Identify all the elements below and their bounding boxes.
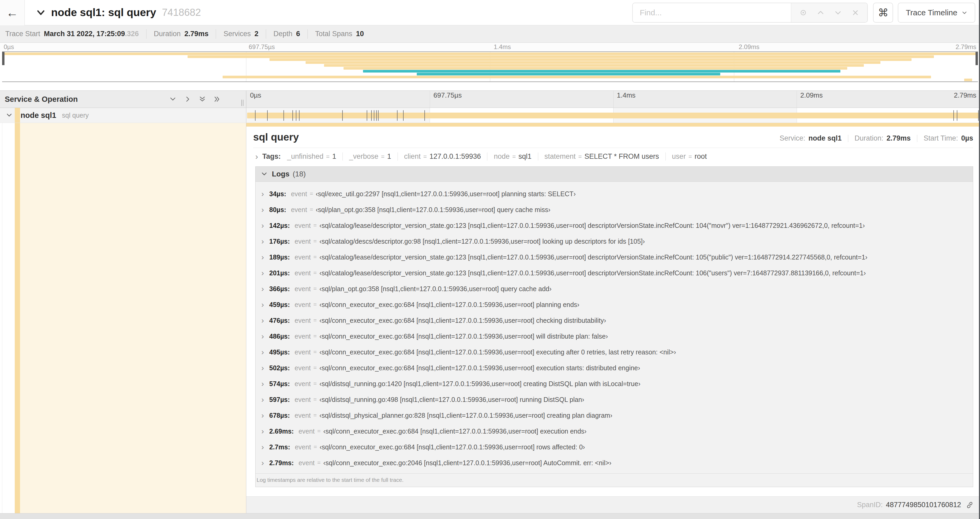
deep-link-icon[interactable] (966, 501, 974, 509)
expand-all-icon[interactable] (213, 96, 221, 103)
trace-collapse-chevron-icon[interactable] (36, 8, 46, 18)
tags-list: _unfinished=1_verbose=1client=127.0.0.1:… (286, 152, 713, 161)
log-row[interactable]: ›2.79ms:event=‹sql/conn_executor_exec.go… (261, 455, 967, 471)
chevron-right-icon: › (261, 237, 269, 245)
log-row[interactable]: ›142µs:event=‹sql/catalog/lease/descript… (261, 217, 967, 233)
minimap-span-bar (417, 73, 720, 75)
span-duration-bar[interactable] (247, 113, 979, 118)
log-row[interactable]: ›459µs:event=‹sql/conn_executor_exec.go:… (261, 297, 967, 313)
chevron-right-icon: › (261, 459, 269, 467)
log-row[interactable]: ›80µs:event=‹sql/plan_opt.go:358 [nsql1,… (261, 202, 967, 217)
tags-section-toggle[interactable]: › Tags: _unfinished=1_verbose=1client=12… (253, 148, 973, 164)
find-next-icon[interactable] (834, 9, 842, 17)
trace-start-label: Trace Start (5, 30, 40, 38)
spacer (0, 82, 980, 91)
span-row-timeline-cell[interactable] (246, 108, 980, 123)
trace-start-value: March 31 2022, 17:25:09 (44, 30, 125, 38)
top-bar: ← node sql1: sql query 7418682 ⌘ Trace T… (0, 0, 980, 25)
trace-title-wrap: node sql1: sql query 7418682 (25, 6, 632, 19)
column-resizer-handle[interactable] (241, 100, 243, 106)
chevron-right-icon: › (261, 316, 269, 324)
span-row-name-cell[interactable]: node sql1 sql query (0, 108, 246, 123)
tag-item: _verbose=1 (342, 152, 398, 161)
collapse-all-icon[interactable] (199, 96, 206, 103)
focus-target-icon[interactable] (799, 9, 807, 17)
log-tick-mark (296, 110, 296, 121)
minimap-right-scrubber[interactable] (975, 52, 978, 65)
trace-start-item: Trace Start March 31 2022, 17:25:09 .326 (5, 30, 139, 38)
log-row[interactable]: ›486µs:event=‹sql/conn_executor_exec.go:… (261, 328, 967, 344)
time-tick-label: 697.75µs (433, 91, 462, 99)
chevron-right-icon: › (261, 190, 269, 198)
services-item: Services 2 (223, 30, 258, 38)
minimap-left-scrubber[interactable] (2, 52, 5, 65)
find-clear-icon[interactable] (851, 9, 859, 17)
log-tick-mark (342, 110, 343, 121)
log-row[interactable]: ›2.7ms:event=‹sql/conn_executor_exec.go:… (261, 439, 967, 455)
bottom-scroll-strip[interactable] (0, 513, 980, 519)
span-collapse-chevron-icon[interactable] (6, 112, 13, 119)
time-tick-label: 697.75µs (249, 43, 275, 51)
log-row[interactable]: ›495µs:event=‹sql/conn_executor_exec.go:… (261, 344, 967, 360)
log-tick-mark (299, 110, 299, 121)
log-tick-mark (374, 110, 374, 121)
log-tick-mark (953, 110, 954, 121)
find-tools (791, 3, 867, 22)
log-row[interactable]: ›476µs:event=‹sql/conn_executor_exec.go:… (261, 313, 967, 328)
trace-summary-bar: Trace Start March 31 2022, 17:25:09 .326… (0, 25, 980, 43)
gridline (430, 91, 430, 108)
gridline (797, 91, 797, 108)
time-tick-label: 2.09ms (739, 43, 759, 51)
minimap-canvas[interactable] (2, 51, 978, 82)
tags-label: Tags: (262, 152, 281, 161)
chevron-right-icon: › (261, 443, 269, 451)
log-row[interactable]: ›189µs:event=‹sql/catalog/lease/descript… (261, 249, 967, 265)
chevron-right-icon: › (261, 285, 269, 293)
log-row[interactable]: ›597µs:event=‹sql/distsql_running.go:498… (261, 391, 967, 407)
collapse-one-icon[interactable] (169, 96, 177, 103)
log-row[interactable]: ›176µs:event=‹sql/catalog/descs/descript… (261, 233, 967, 249)
logs-footer-note: Log timestamps are relative to the start… (256, 473, 973, 487)
chevron-right-icon: › (261, 411, 269, 419)
back-button[interactable]: ← (0, 0, 25, 25)
chevron-right-icon: › (261, 380, 269, 388)
chevron-right-icon: › (261, 396, 269, 404)
tag-item: node=sql1 (487, 152, 538, 161)
span-color-strip (15, 123, 20, 513)
log-row[interactable]: ›502µs:event=‹sql/conn_executor_exec.go:… (261, 360, 967, 376)
trace-view-dropdown[interactable]: Trace Timeline (898, 3, 975, 23)
log-row[interactable]: ›574µs:event=‹sql/distsql_running.go:142… (261, 376, 967, 391)
log-row[interactable]: ›34µs:event=‹sql/exec_util.go:2297 [nsql… (261, 186, 967, 202)
log-row[interactable]: ›678µs:event=‹sql/distsql_physical_plann… (261, 407, 967, 423)
duration-label: Duration: (854, 134, 884, 142)
log-row[interactable]: ›366µs:event=‹sql/plan_opt.go:358 [nsql1… (261, 281, 967, 297)
back-arrow-icon: ← (6, 6, 18, 20)
trace-title: node sql1: sql query (51, 6, 156, 19)
time-tick-label: 0µs (250, 91, 261, 99)
span-detail-left-pane (0, 123, 246, 513)
minimap-span-bar (223, 76, 931, 78)
chevron-right-icon: › (261, 222, 269, 230)
logs-section: Logs (18) ›34µs:event=‹sql/exec_util.go:… (255, 166, 973, 487)
minimap-time-labels: 0µs697.75µs1.4ms2.09ms2.79ms (0, 43, 980, 51)
spanid-footer: SpanID: 4877749850101760812 (246, 496, 980, 513)
logs-section-toggle[interactable]: Logs (18) (256, 167, 973, 182)
span-detail-title: sql query (253, 131, 299, 143)
expand-one-icon[interactable] (184, 96, 191, 103)
span-detail-meta: Service: node sql1 Duration: 2.79ms Star… (780, 134, 973, 142)
keyboard-shortcuts-button[interactable]: ⌘ (873, 3, 893, 23)
chevron-right-icon: › (261, 348, 269, 356)
span-detail-accent-bar (246, 123, 980, 126)
find-input[interactable] (633, 3, 791, 22)
log-row[interactable]: ›201µs:event=‹sql/catalog/lease/descript… (261, 265, 967, 281)
divider (848, 135, 848, 142)
total-spans-item: Total Spans 10 (315, 30, 364, 38)
chevron-down-icon (962, 10, 967, 16)
find-prev-icon[interactable] (817, 9, 824, 17)
log-row[interactable]: ›2.69ms:event=‹sql/conn_executor_exec.go… (261, 423, 967, 439)
tag-item: statement=SELECT * FROM users (538, 152, 665, 161)
time-tick-label: 2.09ms (800, 91, 823, 99)
span-detail-pane: sql query Service: node sql1 Duration: 2… (246, 123, 980, 513)
timeline-ruler: 0µs697.75µs1.4ms2.09ms2.79ms (246, 91, 980, 108)
log-tick-mark (371, 110, 372, 121)
